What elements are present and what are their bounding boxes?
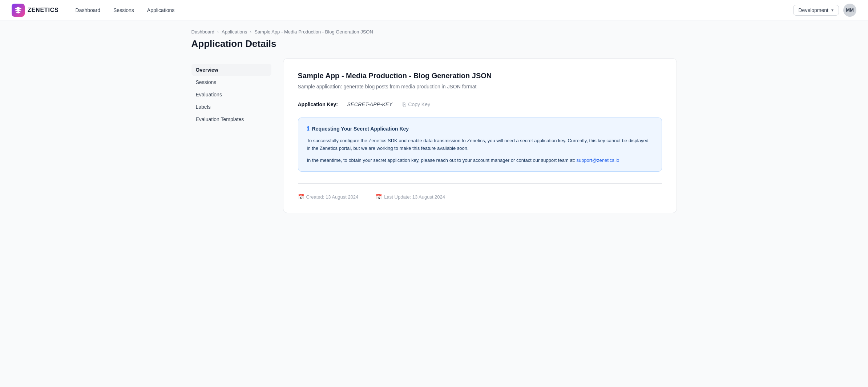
main-card: Sample App - Media Production - Blog Gen… (283, 58, 677, 213)
key-value: SECRET-APP-KEY (347, 101, 393, 107)
info-box: ℹ Requesting Your Secret Application Key… (298, 117, 662, 172)
copy-key-button[interactable]: ⎘ Copy Key (398, 100, 435, 109)
nav-right: Development ▾ MM (793, 4, 857, 17)
sidebar-item-overview[interactable]: Overview (191, 64, 271, 76)
info-icon: ℹ (307, 125, 309, 132)
chevron-down-icon: ▾ (831, 8, 833, 13)
logo-icon (12, 4, 25, 17)
calendar-icon-updated: 📅 (376, 194, 382, 200)
sidebar-item-eval-templates[interactable]: Evaluation Templates (191, 113, 271, 125)
sidebar-item-labels[interactable]: Labels (191, 101, 271, 113)
info-box-para-2: In the meantime, to obtain your secret a… (307, 157, 653, 164)
breadcrumb-applications[interactable]: Applications (222, 29, 247, 35)
breadcrumb: Dashboard › Applications › Sample App - … (191, 29, 677, 35)
info-box-para-1: To successfully configure the Zenetics S… (307, 137, 653, 152)
created-date: 📅 Created: 13 August 2024 (298, 194, 359, 200)
copy-icon: ⎘ (403, 101, 406, 107)
info-box-para-2-text: In the meantime, to obtain your secret a… (307, 157, 575, 163)
navbar: ZENETICS Dashboard Sessions Applications… (0, 0, 868, 20)
card-title: Sample App - Media Production - Blog Gen… (298, 72, 662, 80)
card-footer: 📅 Created: 13 August 2024 📅 Last Update:… (298, 194, 662, 200)
logo[interactable]: ZENETICS (12, 4, 59, 17)
breadcrumb-sep-2: › (250, 29, 251, 35)
breadcrumb-sep-1: › (217, 29, 219, 35)
breadcrumb-dashboard[interactable]: Dashboard (191, 29, 215, 35)
nav-dashboard[interactable]: Dashboard (70, 4, 106, 16)
content-area: Overview Sessions Evaluations Labels Eva… (191, 58, 677, 213)
nav-applications[interactable]: Applications (142, 4, 180, 16)
card-description: Sample application: generate blog posts … (298, 84, 662, 89)
logo-svg (14, 6, 22, 14)
sidebar: Overview Sessions Evaluations Labels Eva… (191, 58, 271, 213)
avatar[interactable]: MM (843, 4, 856, 17)
env-label: Development (799, 7, 829, 13)
support-email-link[interactable]: support@zenetics.io (576, 157, 619, 163)
updated-label: Last Update: 13 August 2024 (384, 194, 445, 200)
info-box-heading: Requesting Your Secret Application Key (312, 126, 409, 132)
env-selector[interactable]: Development ▾ (793, 5, 839, 16)
card-divider (298, 183, 662, 184)
sidebar-item-sessions[interactable]: Sessions (191, 76, 271, 88)
sidebar-item-evaluations[interactable]: Evaluations (191, 89, 271, 100)
page-title: Application Details (191, 38, 677, 49)
breadcrumb-current: Sample App - Media Production - Blog Gen… (254, 29, 373, 35)
updated-date: 📅 Last Update: 13 August 2024 (376, 194, 445, 200)
logo-text: ZENETICS (28, 7, 59, 13)
page-wrapper: Dashboard › Applications › Sample App - … (180, 20, 689, 222)
nav-links: Dashboard Sessions Applications (70, 4, 782, 16)
application-key-row: Application Key: SECRET-APP-KEY ⎘ Copy K… (298, 100, 662, 109)
copy-key-label: Copy Key (408, 101, 430, 107)
nav-sessions[interactable]: Sessions (108, 4, 139, 16)
created-label: Created: 13 August 2024 (306, 194, 359, 200)
calendar-icon-created: 📅 (298, 194, 304, 200)
key-label: Application Key: (298, 101, 342, 107)
info-box-header: ℹ Requesting Your Secret Application Key (307, 125, 653, 132)
